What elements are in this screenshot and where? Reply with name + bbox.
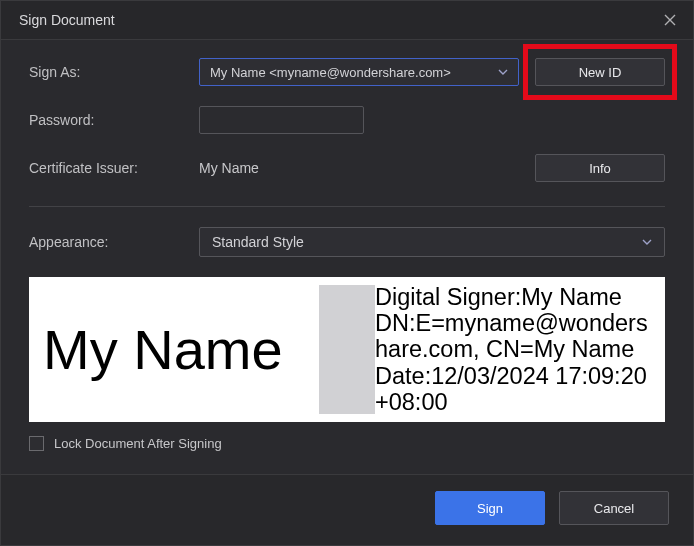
appearance-value: Standard Style <box>212 234 304 250</box>
appearance-label: Appearance: <box>29 234 199 250</box>
password-input[interactable] <box>199 106 364 134</box>
info-button[interactable]: Info <box>535 154 665 182</box>
appearance-row: Appearance: Standard Style <box>29 227 665 257</box>
sign-as-select[interactable]: My Name <myname@wondershare.com> <box>199 58 519 86</box>
password-label: Password: <box>29 112 199 128</box>
lock-checkbox-label: Lock Document After Signing <box>54 436 222 451</box>
preview-details: Digital Signer:My Name DN:E=myname@wonde… <box>349 278 665 422</box>
divider <box>29 206 665 207</box>
sign-as-value: My Name <myname@wondershare.com> <box>210 65 451 80</box>
preview-name: My Name <box>43 317 283 382</box>
sign-as-label: Sign As: <box>29 64 199 80</box>
preview-line-date: Date:12/03/2024 17:09:20 +08:00 <box>375 363 655 416</box>
cert-issuer-row: Certificate Issuer: My Name Info <box>29 154 665 182</box>
lock-checkbox-row[interactable]: Lock Document After Signing <box>29 436 665 451</box>
sign-button[interactable]: Sign <box>435 491 545 525</box>
titlebar: Sign Document <box>1 1 693 40</box>
chevron-down-icon <box>498 66 508 78</box>
close-icon[interactable] <box>661 11 679 29</box>
dialog-title: Sign Document <box>19 12 115 28</box>
chevron-down-icon <box>642 236 652 248</box>
cert-issuer-value: My Name <box>199 160 521 176</box>
new-id-button[interactable]: New ID <box>535 58 665 86</box>
preview-line-dn: DN:E=myname@wondershare.com, CN=My Name <box>375 310 655 363</box>
cancel-button[interactable]: Cancel <box>559 491 669 525</box>
password-row: Password: <box>29 106 665 134</box>
sign-document-dialog: Sign Document Sign As: My Name <myname@w… <box>0 0 694 546</box>
appearance-select[interactable]: Standard Style <box>199 227 665 257</box>
signature-preview: My Name Digital Signer:My Name DN:E=myna… <box>29 277 665 422</box>
dialog-body: Sign As: My Name <myname@wondershare.com… <box>1 40 693 474</box>
dialog-footer: Sign Cancel <box>1 474 693 545</box>
lock-checkbox[interactable] <box>29 436 44 451</box>
preview-line-signer: Digital Signer:My Name <box>375 284 655 310</box>
sign-as-row: Sign As: My Name <myname@wondershare.com… <box>29 58 665 86</box>
cert-issuer-label: Certificate Issuer: <box>29 160 199 176</box>
preview-graphic-block <box>319 285 375 414</box>
